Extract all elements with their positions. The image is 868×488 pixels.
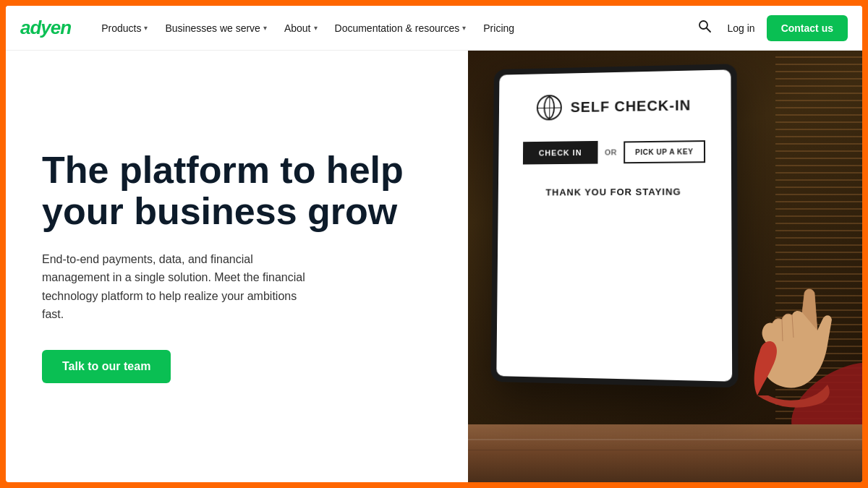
nav-label-businesses: Businesses we serve <box>165 22 260 34</box>
tablet-buttons-row: CHECK IN OR PICK UP A KEY <box>524 140 705 164</box>
nav-right: Log in Contact us <box>693 14 848 41</box>
tablet-pickup-button[interactable]: PICK UP A KEY <box>624 140 705 163</box>
nav-label-pricing: Pricing <box>483 22 514 34</box>
chevron-down-icon-products: ▾ <box>144 24 148 32</box>
hand-icon <box>710 251 862 424</box>
nav-label-products: Products <box>101 22 141 34</box>
hero-subtitle: End-to-end payments, data, and financial… <box>42 250 317 324</box>
logo[interactable]: adyen <box>20 17 71 39</box>
hero-right: SELF CHECK-IN CHECK IN OR PICK UP A KEY … <box>468 51 862 482</box>
tablet-thank-you: THANK YOU FOR STAYING <box>546 187 681 198</box>
nav-item-docs[interactable]: Documentation & resources ▾ <box>328 17 474 40</box>
chevron-down-icon-businesses: ▾ <box>263 24 267 32</box>
wood-table <box>468 424 862 482</box>
nav-item-products[interactable]: Products ▾ <box>94 17 155 40</box>
login-link[interactable]: Log in <box>728 22 755 34</box>
globe-arc <box>544 96 556 119</box>
tablet-checkin-button[interactable]: CHECK IN <box>524 141 598 165</box>
page-wrapper: adyen Products ▾ Businesses we serve ▾ A… <box>6 6 862 482</box>
nav-item-businesses[interactable]: Businesses we serve ▾ <box>158 17 274 40</box>
search-icon[interactable] <box>693 14 716 41</box>
chevron-down-icon-docs: ▾ <box>462 24 466 32</box>
hero-left: The platform to help your business grow … <box>6 51 468 482</box>
globe-icon <box>537 95 562 121</box>
hand-area <box>674 236 862 424</box>
tablet-or-label: OR <box>605 147 616 156</box>
hero-section: The platform to help your business grow … <box>6 51 862 482</box>
svg-point-0 <box>699 21 707 29</box>
chevron-down-icon-about: ▾ <box>314 24 318 32</box>
navbar: adyen Products ▾ Businesses we serve ▾ A… <box>6 6 862 51</box>
nav-label-about: About <box>284 22 311 34</box>
svg-line-1 <box>707 28 710 32</box>
nav-links: Products ▾ Businesses we serve ▾ About ▾… <box>94 17 692 40</box>
check-in-title: SELF CHECK-IN <box>571 97 692 116</box>
check-in-header: SELF CHECK-IN <box>537 92 691 120</box>
hero-title: The platform to help your business grow <box>42 150 425 232</box>
cta-button[interactable]: Talk to our team <box>42 350 171 383</box>
nav-item-pricing[interactable]: Pricing <box>476 17 522 40</box>
nav-label-docs: Documentation & resources <box>335 22 460 34</box>
nav-item-about[interactable]: About ▾ <box>277 17 325 40</box>
contact-button[interactable]: Contact us <box>767 15 848 41</box>
